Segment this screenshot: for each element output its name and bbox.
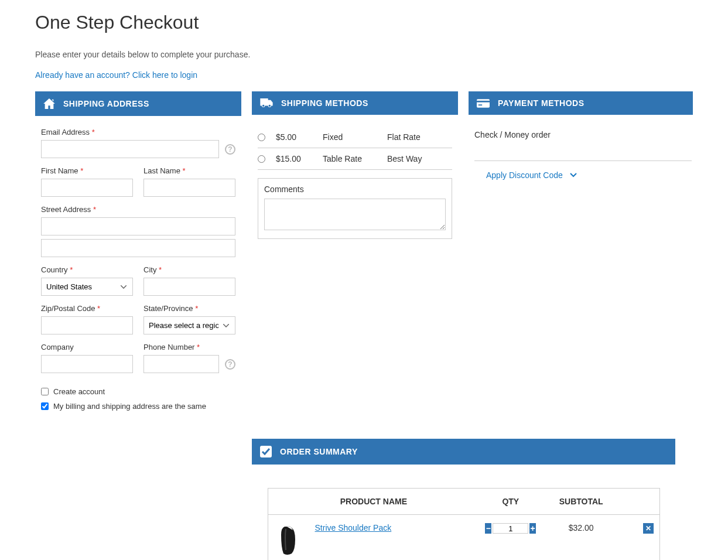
shipping-name: Table Rate bbox=[323, 154, 387, 163]
shipping-option[interactable]: $5.00 Fixed Flat Rate bbox=[258, 127, 452, 148]
billing-same-checkbox[interactable] bbox=[41, 402, 49, 410]
checkbox-icon bbox=[260, 446, 272, 457]
zip-field[interactable] bbox=[41, 316, 133, 334]
col-product: PRODUCT NAME bbox=[268, 489, 479, 515]
billing-same-label: My billing and shipping address are the … bbox=[53, 402, 206, 411]
svg-rect-2 bbox=[479, 104, 482, 105]
comments-textarea[interactable] bbox=[264, 199, 446, 230]
apply-discount-toggle[interactable]: Apply Discount Code bbox=[474, 161, 692, 180]
help-icon[interactable]: ? bbox=[225, 359, 235, 370]
country-label: Country bbox=[41, 265, 133, 274]
email-label: Email Address bbox=[41, 128, 235, 136]
phone-label: Phone Number bbox=[143, 343, 235, 351]
create-account-label: Create account bbox=[53, 387, 105, 396]
shipping-price: $5.00 bbox=[276, 132, 323, 142]
qty-decrease-button[interactable]: − bbox=[485, 523, 491, 534]
shipping-carrier: Best Way bbox=[387, 154, 452, 163]
order-item-row: Strive Shoulder Pack − + $32.00 ✕ bbox=[268, 515, 659, 561]
chevron-down-icon bbox=[570, 173, 577, 177]
login-link[interactable]: Already have an account? Click here to l… bbox=[35, 70, 197, 80]
svg-rect-1 bbox=[477, 100, 490, 102]
help-icon[interactable]: ? bbox=[225, 144, 235, 155]
payment-option-check[interactable]: Check / Money order bbox=[474, 127, 692, 143]
house-icon bbox=[43, 98, 55, 109]
truck-icon bbox=[260, 98, 273, 108]
product-name-link[interactable]: Strive Shoulder Pack bbox=[315, 523, 392, 532]
qty-input[interactable] bbox=[493, 523, 528, 534]
payment-methods-header: PAYMENT METHODS bbox=[469, 91, 693, 115]
street-field-2[interactable] bbox=[41, 239, 235, 257]
zip-label: Zip/Postal Code bbox=[41, 304, 133, 313]
create-account-checkbox[interactable] bbox=[41, 388, 49, 395]
shipping-address-header: SHIPPING ADDRESS bbox=[35, 91, 241, 116]
first-name-label: First Name bbox=[41, 166, 133, 175]
product-thumbnail bbox=[274, 523, 303, 558]
credit-card-icon bbox=[477, 99, 490, 108]
last-name-label: Last Name bbox=[143, 166, 235, 175]
phone-field[interactable] bbox=[143, 355, 219, 373]
col-subtotal: SUBTOTAL bbox=[542, 489, 620, 515]
street-label: Street Address bbox=[41, 205, 235, 214]
shipping-carrier: Flat Rate bbox=[387, 132, 452, 142]
col-qty: QTY bbox=[479, 489, 542, 515]
order-summary-table: PRODUCT NAME QTY SUBTOTAL Strive Shoulde… bbox=[268, 488, 660, 560]
shipping-name: Fixed bbox=[323, 132, 387, 142]
shipping-price: $15.00 bbox=[276, 154, 323, 163]
page-title: One Step Checkout bbox=[35, 12, 693, 33]
first-name-field[interactable] bbox=[41, 179, 133, 197]
company-field[interactable] bbox=[41, 355, 133, 373]
shipping-radio-bestway[interactable] bbox=[258, 155, 265, 163]
intro-text: Please enter your details below to compl… bbox=[35, 50, 693, 59]
state-select[interactable]: Please select a region bbox=[143, 316, 235, 334]
country-select[interactable]: United States bbox=[41, 278, 133, 296]
state-label: State/Province bbox=[143, 304, 235, 313]
street-field-1[interactable] bbox=[41, 217, 235, 235]
shipping-radio-flatrate[interactable] bbox=[258, 134, 265, 141]
comments-label: Comments bbox=[264, 185, 446, 194]
company-label: Company bbox=[41, 343, 133, 351]
city-label: City bbox=[143, 265, 235, 274]
svg-rect-0 bbox=[477, 99, 490, 108]
item-subtotal: $32.00 bbox=[542, 515, 620, 561]
city-field[interactable] bbox=[143, 278, 235, 296]
last-name-field[interactable] bbox=[143, 179, 235, 197]
shipping-option[interactable]: $15.00 Table Rate Best Way bbox=[258, 148, 452, 170]
remove-item-button[interactable]: ✕ bbox=[643, 523, 654, 534]
order-summary-header: ORDER SUMMARY bbox=[252, 439, 675, 465]
qty-increase-button[interactable]: + bbox=[529, 523, 536, 534]
shipping-methods-header: SHIPPING METHODS bbox=[252, 91, 458, 115]
email-field[interactable] bbox=[41, 140, 219, 158]
